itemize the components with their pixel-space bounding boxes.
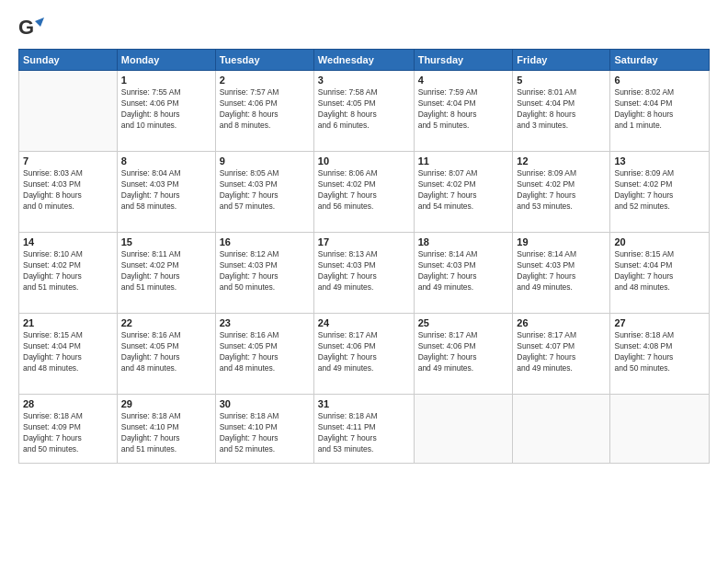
day-info: Sunrise: 8:18 AMSunset: 4:09 PMDaylight:…	[23, 411, 113, 455]
weekday-header-saturday: Saturday	[610, 50, 710, 71]
day-info: Sunrise: 8:06 AMSunset: 4:02 PMDaylight:…	[318, 168, 410, 213]
weekday-header-wednesday: Wednesday	[313, 50, 414, 71]
day-cell: 29Sunrise: 8:18 AMSunset: 4:10 PMDayligh…	[117, 395, 215, 464]
day-number: 10	[318, 155, 410, 167]
day-info: Sunrise: 7:57 AMSunset: 4:06 PMDaylight:…	[220, 87, 310, 132]
day-info: Sunrise: 8:14 AMSunset: 4:03 PMDaylight:…	[517, 249, 606, 293]
day-info: Sunrise: 8:17 AMSunset: 4:06 PMDaylight:…	[318, 330, 410, 374]
day-number: 11	[418, 155, 509, 167]
day-info: Sunrise: 8:09 AMSunset: 4:02 PMDaylight:…	[517, 168, 606, 213]
day-number: 22	[121, 317, 211, 328]
day-cell: 24Sunrise: 8:17 AMSunset: 4:06 PMDayligh…	[313, 314, 414, 395]
weekday-header-friday: Friday	[513, 50, 610, 71]
day-cell: 1Sunrise: 7:55 AMSunset: 4:06 PMDaylight…	[117, 71, 215, 152]
day-info: Sunrise: 8:15 AMSunset: 4:04 PMDaylight:…	[614, 249, 705, 293]
day-number: 15	[121, 236, 211, 247]
day-info: Sunrise: 8:15 AMSunset: 4:04 PMDaylight:…	[23, 330, 113, 374]
weekday-header-tuesday: Tuesday	[215, 50, 313, 71]
day-number: 2	[220, 75, 310, 86]
day-number: 21	[23, 317, 113, 328]
day-cell: 26Sunrise: 8:17 AMSunset: 4:07 PMDayligh…	[513, 314, 610, 395]
day-number: 26	[517, 317, 606, 328]
day-info: Sunrise: 7:59 AMSunset: 4:04 PMDaylight:…	[418, 87, 509, 132]
day-cell: 20Sunrise: 8:15 AMSunset: 4:04 PMDayligh…	[610, 233, 710, 314]
day-number: 25	[418, 317, 509, 328]
day-cell: 25Sunrise: 8:17 AMSunset: 4:06 PMDayligh…	[414, 314, 513, 395]
svg-text:G: G	[18, 16, 34, 39]
week-row-5: 28Sunrise: 8:18 AMSunset: 4:09 PMDayligh…	[19, 395, 710, 464]
day-cell: 31Sunrise: 8:18 AMSunset: 4:11 PMDayligh…	[313, 395, 414, 464]
logo: G	[18, 14, 46, 40]
day-number: 31	[318, 398, 410, 409]
day-cell: 9Sunrise: 8:05 AMSunset: 4:03 PMDaylight…	[215, 152, 313, 233]
day-number: 27	[614, 317, 705, 328]
day-cell: 13Sunrise: 8:09 AMSunset: 4:02 PMDayligh…	[610, 152, 710, 233]
day-info: Sunrise: 8:13 AMSunset: 4:03 PMDaylight:…	[318, 249, 410, 293]
day-info: Sunrise: 8:10 AMSunset: 4:02 PMDaylight:…	[23, 249, 113, 293]
day-cell: 11Sunrise: 8:07 AMSunset: 4:02 PMDayligh…	[414, 152, 513, 233]
day-info: Sunrise: 7:58 AMSunset: 4:05 PMDaylight:…	[318, 87, 410, 132]
day-cell: 30Sunrise: 8:18 AMSunset: 4:10 PMDayligh…	[215, 395, 313, 464]
day-cell: 15Sunrise: 8:11 AMSunset: 4:02 PMDayligh…	[117, 233, 215, 314]
day-info: Sunrise: 8:11 AMSunset: 4:02 PMDaylight:…	[121, 249, 211, 293]
day-number: 23	[220, 317, 310, 328]
day-cell: 17Sunrise: 8:13 AMSunset: 4:03 PMDayligh…	[313, 233, 414, 314]
day-number: 28	[23, 398, 113, 409]
day-info: Sunrise: 8:12 AMSunset: 4:03 PMDaylight:…	[220, 249, 310, 293]
day-cell: 6Sunrise: 8:02 AMSunset: 4:04 PMDaylight…	[610, 71, 710, 152]
day-number: 12	[517, 155, 606, 167]
day-info: Sunrise: 8:14 AMSunset: 4:03 PMDaylight:…	[418, 249, 509, 293]
day-info: Sunrise: 8:17 AMSunset: 4:07 PMDaylight:…	[517, 330, 606, 374]
calendar: SundayMondayTuesdayWednesdayThursdayFrid…	[18, 49, 710, 464]
day-number: 6	[614, 75, 705, 86]
logo-icon: G	[18, 14, 44, 40]
day-cell: 22Sunrise: 8:16 AMSunset: 4:05 PMDayligh…	[117, 314, 215, 395]
day-number: 30	[220, 398, 310, 409]
week-row-2: 7Sunrise: 8:03 AMSunset: 4:03 PMDaylight…	[19, 152, 710, 233]
day-number: 9	[220, 155, 310, 167]
day-info: Sunrise: 8:18 AMSunset: 4:10 PMDaylight:…	[220, 411, 310, 455]
day-number: 17	[318, 236, 410, 247]
day-cell: 28Sunrise: 8:18 AMSunset: 4:09 PMDayligh…	[19, 395, 118, 464]
day-info: Sunrise: 8:16 AMSunset: 4:05 PMDaylight:…	[121, 330, 211, 374]
day-info: Sunrise: 8:09 AMSunset: 4:02 PMDaylight:…	[614, 168, 705, 213]
day-info: Sunrise: 8:07 AMSunset: 4:02 PMDaylight:…	[418, 168, 509, 213]
day-cell: 4Sunrise: 7:59 AMSunset: 4:04 PMDaylight…	[414, 71, 513, 152]
day-number: 7	[23, 155, 113, 167]
day-info: Sunrise: 8:17 AMSunset: 4:06 PMDaylight:…	[418, 330, 509, 374]
day-number: 3	[318, 75, 410, 86]
week-row-4: 21Sunrise: 8:15 AMSunset: 4:04 PMDayligh…	[19, 314, 710, 395]
day-cell: 2Sunrise: 7:57 AMSunset: 4:06 PMDaylight…	[215, 71, 313, 152]
weekday-header-thursday: Thursday	[414, 50, 513, 71]
day-cell: 3Sunrise: 7:58 AMSunset: 4:05 PMDaylight…	[313, 71, 414, 152]
day-info: Sunrise: 8:18 AMSunset: 4:08 PMDaylight:…	[614, 330, 705, 374]
day-info: Sunrise: 8:02 AMSunset: 4:04 PMDaylight:…	[614, 87, 705, 132]
day-number: 29	[121, 398, 211, 409]
day-number: 8	[121, 155, 211, 167]
week-row-1: 1Sunrise: 7:55 AMSunset: 4:06 PMDaylight…	[19, 71, 710, 152]
day-cell: 19Sunrise: 8:14 AMSunset: 4:03 PMDayligh…	[513, 233, 610, 314]
day-cell: 7Sunrise: 8:03 AMSunset: 4:03 PMDaylight…	[19, 152, 118, 233]
day-number: 24	[318, 317, 410, 328]
day-info: Sunrise: 8:04 AMSunset: 4:03 PMDaylight:…	[121, 168, 211, 213]
day-info: Sunrise: 8:18 AMSunset: 4:11 PMDaylight:…	[318, 411, 410, 455]
day-number: 18	[418, 236, 509, 247]
day-cell: 14Sunrise: 8:10 AMSunset: 4:02 PMDayligh…	[19, 233, 118, 314]
day-cell: 27Sunrise: 8:18 AMSunset: 4:08 PMDayligh…	[610, 314, 710, 395]
day-cell	[414, 395, 513, 464]
day-info: Sunrise: 8:05 AMSunset: 4:03 PMDaylight:…	[220, 168, 310, 213]
day-cell: 21Sunrise: 8:15 AMSunset: 4:04 PMDayligh…	[19, 314, 118, 395]
day-info: Sunrise: 8:16 AMSunset: 4:05 PMDaylight:…	[220, 330, 310, 374]
page: G SundayMondayTuesdayWednesdayThursdayFr…	[0, 0, 728, 563]
day-info: Sunrise: 8:18 AMSunset: 4:10 PMDaylight:…	[121, 411, 211, 455]
day-number: 16	[220, 236, 310, 247]
weekday-header-sunday: Sunday	[19, 50, 118, 71]
day-info: Sunrise: 7:55 AMSunset: 4:06 PMDaylight:…	[121, 87, 211, 132]
day-number: 5	[517, 75, 606, 86]
day-cell: 16Sunrise: 8:12 AMSunset: 4:03 PMDayligh…	[215, 233, 313, 314]
day-cell: 23Sunrise: 8:16 AMSunset: 4:05 PMDayligh…	[215, 314, 313, 395]
day-number: 13	[614, 155, 705, 167]
day-info: Sunrise: 8:03 AMSunset: 4:03 PMDaylight:…	[23, 168, 113, 213]
weekday-header-monday: Monday	[117, 50, 215, 71]
day-cell	[513, 395, 610, 464]
